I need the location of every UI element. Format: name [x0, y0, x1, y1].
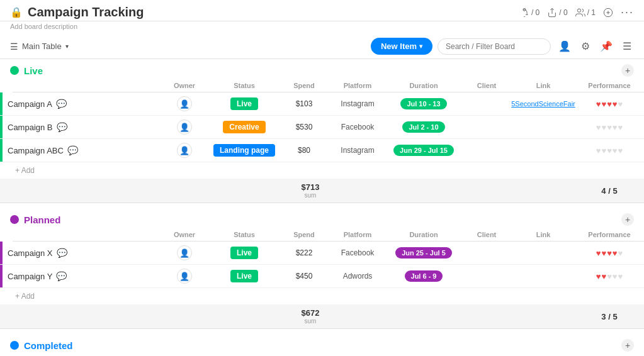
duration-cell: Jul 10 - 13	[386, 98, 461, 109]
status-badge[interactable]: Live	[230, 270, 258, 282]
chevron-down-icon: ▾	[65, 43, 69, 50]
avatar[interactable]: 👤	[177, 96, 192, 111]
notify-count: / 0	[531, 8, 539, 17]
page-header: 🔒 Campaign Tracking / 0 / 0 / 1 ···	[0, 0, 644, 21]
new-item-button[interactable]: New Item ▾	[371, 38, 432, 55]
platform-cell: Instagram	[329, 146, 386, 155]
pin-icon[interactable]: 📌	[597, 38, 615, 55]
status-badge[interactable]: Live	[230, 247, 258, 259]
empty-heart-icon: ♥	[607, 146, 612, 155]
table-row: Campaign B 💬 👤 Creative $530 Facebook Ju…	[0, 116, 644, 139]
empty-heart-icon: ♥	[613, 123, 618, 132]
chat-icon[interactable]: 💬	[56, 271, 67, 281]
col-link-header: Link	[512, 231, 575, 238]
row-name: Campaign Y 💬	[3, 271, 159, 281]
status-cell[interactable]: Live	[210, 97, 279, 110]
col-owner-header: Owner	[159, 82, 210, 89]
col-spend-header: Spend	[279, 82, 329, 89]
chat-icon[interactable]: 💬	[56, 99, 67, 109]
chat-icon[interactable]: 💬	[57, 248, 67, 258]
new-item-arrow: ▾	[419, 43, 422, 50]
header-left: 🔒 Campaign Tracking	[10, 5, 144, 19]
filled-heart-icon: ♥	[613, 248, 618, 258]
avatar[interactable]: 👤	[177, 120, 192, 135]
invite-action[interactable]	[603, 8, 613, 18]
group-title-planned: Planned	[24, 214, 60, 225]
add-row[interactable]: + Add	[0, 162, 644, 179]
people-action[interactable]: / 1	[575, 8, 596, 18]
group-add-btn-planned[interactable]: +	[621, 213, 634, 226]
row-name-text[interactable]: Campaign A	[8, 99, 52, 109]
search-input[interactable]	[438, 38, 551, 55]
owner-cell: 👤	[159, 245, 210, 260]
row-name-text[interactable]: Campaign ABC	[8, 146, 64, 155]
more-action[interactable]: ···	[621, 6, 634, 19]
col-duration-header: Duration	[386, 231, 461, 238]
status-badge[interactable]: Creative	[223, 121, 265, 133]
status-cell[interactable]: Live	[210, 270, 279, 282]
add-row[interactable]: + Add	[0, 288, 644, 304]
col-platform-header: Platform	[329, 82, 386, 89]
filter-icon[interactable]: ☰	[620, 38, 634, 55]
duration-badge: Jun 29 - Jul 15	[393, 145, 454, 156]
row-name: Campaign X 💬	[3, 248, 159, 258]
group-dot-live	[10, 66, 19, 75]
toolbar: ☰ Main Table ▾ New Item ▾ 👤 ⚙ 📌 ☰	[0, 34, 644, 59]
lock-icon: 🔒	[10, 6, 23, 18]
group-add-btn-completed[interactable]: +	[621, 339, 634, 352]
notify-action[interactable]: / 0	[519, 8, 539, 18]
empty-heart-icon: ♥	[601, 123, 606, 132]
col-status-header: Status	[210, 82, 279, 89]
group-header-completed: Completed +	[0, 334, 644, 354]
col-client-header: Client	[461, 82, 512, 89]
row-name: Campaign ABC 💬	[3, 145, 159, 155]
row-name-text[interactable]: Campaign B	[8, 123, 53, 132]
performance-cell: ♥♥♥♥♥	[575, 99, 644, 109]
row-name-text[interactable]: Campaign X	[8, 248, 53, 258]
chat-icon[interactable]: 💬	[67, 145, 78, 155]
table-row: Campaign A 💬 👤 Live $103 Instagram Jul 1…	[0, 92, 644, 116]
filled-heart-icon: ♥	[613, 99, 618, 109]
status-cell[interactable]: Landing page	[210, 144, 279, 157]
chat-icon[interactable]: 💬	[57, 122, 67, 132]
page-title: Campaign Tracking	[28, 5, 144, 19]
table-selector[interactable]: ☰ Main Table ▾	[10, 42, 69, 52]
status-cell[interactable]: Creative	[210, 121, 279, 133]
avatar[interactable]: 👤	[177, 269, 192, 284]
share-action[interactable]: / 0	[547, 8, 567, 18]
sum-performance: 3 / 5	[575, 312, 644, 321]
row-name-text[interactable]: Campaign Y	[8, 272, 52, 281]
sum-performance-value: 4 / 5	[601, 186, 617, 196]
platform-cell: Adwords	[329, 272, 386, 281]
row-name: Campaign A 💬	[3, 99, 159, 109]
link-cell[interactable]: 5SecondScienceFair	[512, 100, 575, 108]
empty-heart-icon: ♥	[613, 146, 618, 155]
sum-spend-value: $672	[302, 308, 320, 318]
filled-heart-icon: ♥	[596, 99, 601, 109]
link-text[interactable]: 5SecondScienceFair	[511, 100, 575, 108]
group-dot-completed	[10, 341, 19, 350]
status-badge[interactable]: Live	[230, 97, 258, 110]
avatar[interactable]: 👤	[177, 245, 192, 260]
status-badge[interactable]: Landing page	[213, 144, 275, 157]
group-add-btn-live[interactable]: +	[621, 64, 634, 77]
share-count: / 0	[559, 8, 567, 17]
empty-heart-icon: ♥	[618, 146, 623, 155]
settings-icon[interactable]: ⚙	[579, 38, 592, 55]
table-row: Campaign Y 💬 👤 Live $450 Adwords Jul 6 -…	[0, 265, 644, 288]
hearts-container: ♥♥♥♥♥	[596, 272, 623, 281]
owner-cell: 👤	[159, 96, 210, 111]
col-performance-header: Performance	[575, 231, 644, 238]
duration-cell: Jul 6 - 9	[386, 270, 461, 282]
board-description[interactable]: Add board description	[0, 21, 644, 34]
user-icon[interactable]: 👤	[556, 38, 573, 55]
group-header-planned: Planned +	[0, 208, 644, 228]
avatar[interactable]: 👤	[177, 143, 192, 158]
status-cell[interactable]: Live	[210, 247, 279, 259]
group-header-live: Live +	[0, 59, 644, 79]
platform-cell: Facebook	[329, 123, 386, 131]
group-title-completed: Completed	[24, 340, 73, 351]
col-link-header: Link	[512, 82, 575, 89]
col-client-header: Client	[461, 231, 512, 238]
group-section-live: Live + Owner Status Spend Platform Durat…	[0, 59, 644, 203]
